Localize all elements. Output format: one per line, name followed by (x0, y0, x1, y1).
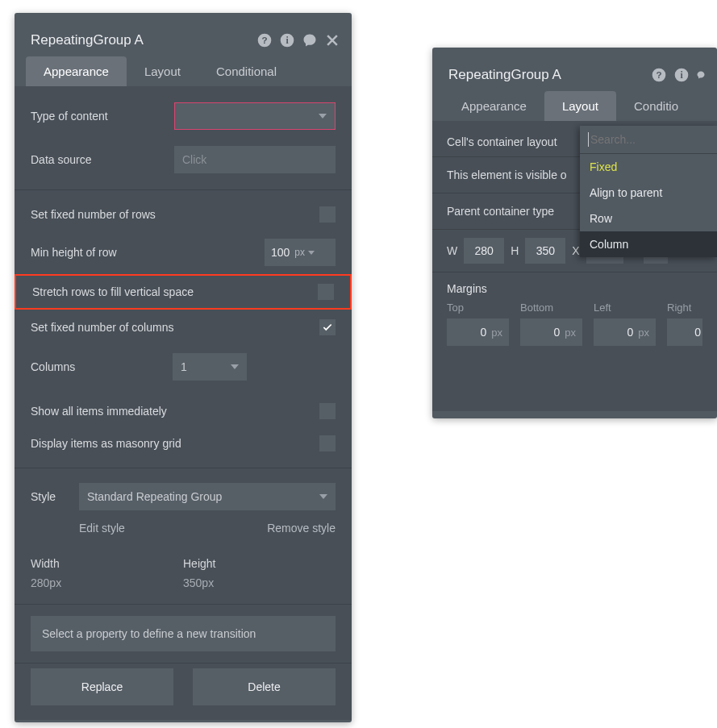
style-label: Style (31, 490, 79, 503)
edit-style-link[interactable]: Edit style (79, 522, 125, 535)
check-icon (322, 322, 333, 333)
dimensions-row: Width 280px Height 350px (15, 546, 352, 594)
dropdown-search-input[interactable] (590, 133, 709, 146)
margins-section: Margins Top 0 px Bottom 0 px (432, 272, 717, 349)
tab-appearance[interactable]: Appearance (26, 56, 127, 86)
panel-header: RepeatingGroup A ? i (432, 48, 717, 91)
tab-conditional[interactable]: Conditional (198, 56, 294, 86)
property-panel-appearance: RepeatingGroup A ? i Appearance Layout C… (15, 13, 352, 722)
header-icons: ? i (256, 32, 340, 48)
margin-top-input[interactable]: 0 px (447, 318, 509, 346)
height-label: Height (183, 557, 336, 570)
delete-button[interactable]: Delete (193, 668, 336, 705)
margins-title: Margins (447, 282, 702, 295)
margin-left-input[interactable]: 0 px (594, 318, 656, 346)
type-of-content-label: Type of content (31, 110, 174, 123)
h-input[interactable]: 350 (525, 238, 565, 264)
margin-top-label: Top (447, 302, 509, 314)
fixed-cols-checkbox[interactable] (319, 319, 336, 335)
tab-appearance[interactable]: Appearance (444, 91, 544, 121)
min-height-label: Min height of row (31, 246, 265, 259)
min-height-input[interactable]: 100 px (265, 239, 336, 266)
replace-button[interactable]: Replace (31, 668, 173, 705)
masonry-label: Display items as masonry grid (31, 437, 319, 450)
info-icon[interactable]: i (279, 32, 295, 48)
transition-dropdown[interactable]: Select a property to define a new transi… (31, 616, 336, 651)
w-label: W (447, 244, 457, 257)
width-value: 280px (31, 576, 183, 589)
comment-icon[interactable] (696, 67, 706, 83)
layout-dropdown-popup: Fixed Align to parent Row Column (580, 126, 717, 257)
x-label: X (572, 244, 579, 257)
tab-layout[interactable]: Layout (127, 56, 198, 86)
help-icon[interactable]: ? (651, 67, 667, 83)
option-fixed[interactable]: Fixed (580, 154, 717, 180)
height-value: 350px (183, 576, 336, 589)
option-row[interactable]: Row (580, 206, 717, 231)
svg-text:?: ? (656, 69, 661, 80)
margin-bottom-label: Bottom (520, 302, 582, 314)
margin-left-label: Left (594, 302, 656, 314)
w-input[interactable]: 280 (464, 238, 504, 264)
margin-right-input[interactable]: 0 (667, 318, 702, 346)
tab-layout[interactable]: Layout (544, 91, 616, 121)
svg-text:?: ? (261, 35, 267, 45)
panel-header: RepeatingGroup A ? i (15, 13, 352, 56)
fixed-cols-label: Set fixed number of columns (31, 321, 319, 334)
show-all-checkbox[interactable] (319, 403, 336, 419)
fixed-rows-checkbox[interactable] (319, 206, 336, 223)
remove-style-link[interactable]: Remove style (267, 522, 336, 535)
fixed-rows-label: Set fixed number of rows (31, 208, 319, 221)
columns-label: Columns (31, 360, 173, 373)
close-icon[interactable] (324, 32, 340, 48)
margin-bottom-input[interactable]: 0 px (520, 318, 582, 346)
style-dropdown[interactable]: Standard Repeating Group (79, 483, 336, 510)
stretch-rows-label: Stretch rows to fill vertical space (32, 285, 318, 298)
stretch-rows-row: Stretch rows to fill vertical space (15, 274, 352, 310)
option-column[interactable]: Column (580, 231, 717, 257)
columns-dropdown[interactable]: 1 (173, 353, 247, 381)
tabs: Appearance Layout Conditio (432, 91, 717, 121)
margin-right-label: Right (667, 302, 702, 314)
data-source-label: Data source (31, 153, 174, 166)
help-icon[interactable]: ? (256, 32, 273, 48)
data-source-input[interactable]: Click (174, 146, 336, 173)
type-of-content-dropdown[interactable] (174, 102, 336, 130)
comment-icon[interactable] (302, 32, 318, 48)
tab-conditional[interactable]: Conditio (616, 91, 683, 121)
panel-body: Cell's container layout This element is … (432, 121, 717, 411)
header-icons: ? i (651, 67, 706, 83)
masonry-checkbox[interactable] (319, 435, 336, 451)
width-label: Width (31, 557, 183, 570)
h-label: H (511, 244, 519, 257)
option-align-to-parent[interactable]: Align to parent (580, 180, 717, 206)
panel-title: RepeatingGroup A (31, 32, 256, 48)
tabs: Appearance Layout Conditional (15, 56, 352, 86)
property-panel-layout: RepeatingGroup A ? i Appearance Layout C… (432, 48, 717, 418)
info-icon[interactable]: i (673, 67, 690, 83)
show-all-label: Show all items immediately (31, 405, 319, 418)
panel-body: Type of content Data source Click Set fi… (15, 86, 352, 720)
panel-title: RepeatingGroup A (448, 67, 651, 83)
dropdown-search[interactable] (580, 126, 717, 154)
stretch-rows-checkbox[interactable] (318, 284, 334, 300)
